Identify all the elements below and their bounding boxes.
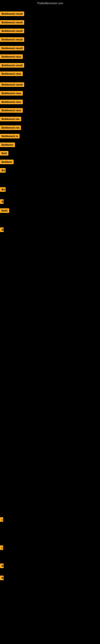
badge-8: Bottleneck resu	[0, 72, 23, 77]
badge-25: |	[0, 546, 2, 551]
badge-27-label: B	[0, 576, 3, 580]
badge-1-label: Bottleneck result	[0, 12, 24, 16]
badge-12: Bottleneck resu	[0, 108, 23, 114]
badge-10: Bottleneck resu	[0, 91, 23, 96]
badge-15: Bottleneck re	[0, 134, 20, 139]
badge-17: Bott	[0, 151, 8, 156]
badge-17-label: Bott	[0, 151, 8, 156]
badge-2: Bottleneck result	[0, 20, 24, 26]
badge-23: B	[0, 228, 3, 233]
badge-1: Bottleneck result	[0, 12, 24, 17]
badge-2-label: Bottleneck result	[0, 20, 24, 25]
badge-12-label: Bottleneck resu	[0, 108, 23, 113]
badge-9: Bottleneck result	[0, 82, 24, 88]
badge-8-label: Bottleneck resu	[0, 72, 23, 76]
badge-15-label: Bottleneck re	[0, 134, 20, 138]
badge-7: Bottleneck result	[0, 63, 24, 68]
badge-21: B	[0, 199, 3, 205]
badge-6-label: Bottleneck resu	[0, 54, 23, 59]
badge-4: Bottleneck result	[0, 37, 24, 43]
badge-26: B	[0, 564, 3, 569]
badge-22: Bottl	[0, 208, 9, 214]
badge-21-label: B	[0, 199, 3, 204]
badge-3: Bottleneck result	[0, 28, 24, 34]
badge-24-label: |	[0, 517, 3, 522]
badge-10-label: Bottleneck resu	[0, 91, 23, 96]
badge-14: Bottleneck res	[0, 126, 21, 131]
badge-25-label: |	[0, 546, 3, 550]
badge-27: B	[0, 576, 3, 581]
badge-11-label: Bottleneck resu	[0, 100, 23, 104]
badge-16-label: Bottlenec	[0, 142, 15, 147]
badge-22-label: Bottl	[0, 208, 9, 213]
badge-23-label: B	[0, 228, 3, 232]
badge-20: Bo	[0, 187, 6, 192]
badge-11: Bottleneck resu	[0, 100, 23, 105]
badge-6: Bottleneck resu	[0, 54, 23, 60]
badge-19: Bo	[0, 168, 6, 174]
badge-16: Bottlenec	[0, 142, 15, 148]
badge-5-label: Bottleneck result	[0, 46, 24, 50]
badge-19-label: Bo	[0, 168, 6, 173]
badge-3-label: Bottleneck result	[0, 28, 24, 33]
badge-20-label: Bo	[0, 187, 6, 192]
badge-7-label: Bottleneck result	[0, 63, 24, 68]
badge-5: Bottleneck result	[0, 46, 24, 51]
badge-13-label: Bottleneck res	[0, 117, 21, 121]
badge-24: |	[0, 517, 2, 523]
badge-9-label: Bottleneck result	[0, 82, 24, 87]
badge-13: Bottleneck res	[0, 117, 21, 122]
badge-4-label: Bottleneck result	[0, 37, 24, 42]
site-title: TheBottlenecker.com	[0, 0, 100, 6]
badge-18-label: Bottlene	[0, 160, 14, 164]
badge-26-label: B	[0, 564, 3, 568]
badge-18: Bottlene	[0, 160, 14, 165]
badge-14-label: Bottleneck res	[0, 126, 21, 130]
